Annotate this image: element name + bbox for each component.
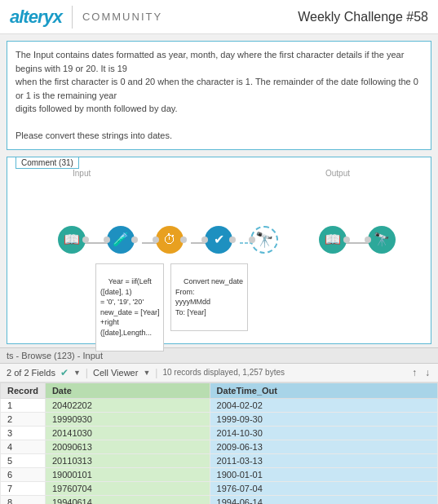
- datetime-icon: ⏱: [156, 226, 184, 254]
- formula-node[interactable]: 🧪: [107, 226, 135, 254]
- cell-record: 8: [1, 495, 46, 504]
- datetime-tooltip: Convert new_date From: yyyyMMdd To: [Yea…: [170, 263, 248, 332]
- cell-date: 20110313: [45, 453, 210, 467]
- output-section-label: Output: [325, 169, 350, 178]
- data-table: Record Date DateTime_Out 1204022022004-0…: [0, 382, 438, 505]
- desc-text-2: when the first character is 0 and 20 whe…: [15, 77, 418, 100]
- node-input-pin: [249, 237, 255, 243]
- fields-chevron[interactable]: ▼: [73, 369, 81, 377]
- binoculars-icon: 🔭: [368, 226, 396, 254]
- table-row: 6190001011900-01-01: [1, 467, 438, 481]
- table-row: 7197607041976-07-04: [1, 481, 438, 495]
- cell-datetime: 2009-06-13: [210, 440, 437, 453]
- cell-datetime: 2014-10-30: [210, 426, 437, 440]
- cell-date: 20090613: [45, 440, 210, 453]
- node-input-pin: [201, 237, 208, 243]
- node-input-pin: [104, 237, 110, 243]
- cell-date: 20402202: [45, 398, 210, 412]
- node-output-pin: [131, 237, 138, 243]
- binoculars-node[interactable]: 🔭: [368, 226, 396, 254]
- cell-record: 6: [1, 467, 46, 481]
- node-output-pin: [229, 237, 236, 243]
- separator-2: |: [155, 367, 157, 378]
- app-header: alteryx COMMUNITY Weekly Challenge #58: [0, 0, 438, 34]
- cell-record: 3: [1, 426, 46, 440]
- col-header-record: Record: [1, 382, 46, 398]
- header-divider: [72, 6, 73, 29]
- cell-datetime: 1976-07-04: [210, 481, 437, 495]
- cell-date: 19990930: [45, 412, 210, 426]
- browse-dashed-icon: 🔭: [250, 226, 278, 254]
- input-book-icon: 📖: [58, 226, 86, 254]
- node-output-pin: [82, 237, 89, 243]
- cell-datetime: 1900-01-01: [210, 467, 437, 481]
- panel-toolbar: 2 of 2 Fields ✔ ▼ | Cell Viewer ▼ | 10 r…: [0, 364, 438, 382]
- node-input-pin: [153, 237, 159, 243]
- cell-datetime: 1999-09-30: [210, 412, 437, 426]
- viewer-chevron[interactable]: ▼: [143, 369, 150, 377]
- select-icon: ✔: [205, 226, 232, 254]
- input-book-node[interactable]: 📖: [58, 226, 86, 254]
- page-title: Weekly Challenge #58: [298, 10, 428, 24]
- panel-title: ts - Browse (123) - Input: [7, 351, 103, 360]
- description-box: The Input contains dates formatted as ye…: [7, 41, 431, 150]
- cell-record: 7: [1, 481, 46, 495]
- community-label: COMMUNITY: [82, 11, 162, 23]
- input-section-label: Input: [73, 169, 91, 178]
- table-row: 5201103132011-03-13: [1, 453, 438, 467]
- desc-text-5: Please convert these strings into dates.: [15, 130, 172, 140]
- cell-datetime: 2011-03-13: [210, 453, 437, 467]
- node-output-pin: [180, 237, 187, 243]
- table-row: 4200906132009-06-13: [1, 440, 438, 453]
- browse-dashed-node[interactable]: 🔭: [250, 226, 278, 254]
- panel-titlebar: ts - Browse (123) - Input: [0, 348, 438, 364]
- formula-tooltip: Year = iif(Left ([date], 1) = '0', '19',…: [95, 263, 164, 352]
- desc-text-3: digits followed by month followed by day…: [15, 104, 178, 113]
- desc-text-1: The Input contains dates formatted as ye…: [15, 50, 404, 73]
- cell-record: 1: [1, 398, 46, 412]
- cell-date: 20141030: [45, 426, 210, 440]
- cell-date: 19760704: [45, 481, 210, 495]
- scroll-up-button[interactable]: ↑: [410, 367, 418, 378]
- output-book-icon: 📖: [319, 226, 347, 254]
- comment-label: Comment (31): [15, 157, 79, 169]
- select-node[interactable]: ✔: [205, 226, 232, 254]
- col-header-datetime: DateTime_Out: [210, 382, 437, 398]
- datetime-node[interactable]: ⏱: [156, 226, 184, 254]
- table-row: 8199406141994-06-14: [1, 495, 438, 504]
- col-header-date: Date: [45, 382, 210, 398]
- scroll-down-button[interactable]: ↓: [423, 367, 431, 378]
- cell-datetime: 2004-02-02: [210, 398, 437, 412]
- cell-record: 2: [1, 412, 46, 426]
- formula-icon: 🧪: [107, 226, 135, 254]
- bottom-panel: ts - Browse (123) - Input 2 of 2 Fields …: [0, 347, 438, 505]
- cell-date: 19000101: [45, 467, 210, 481]
- cell-date: 19940614: [45, 495, 210, 504]
- separator-1: |: [86, 367, 88, 378]
- check-icon: ✔: [60, 367, 69, 378]
- cell-record: 4: [1, 440, 46, 453]
- fields-count: 2 of 2 Fields: [7, 368, 55, 378]
- record-count: 10 records displayed, 1,257 bytes: [162, 368, 405, 377]
- viewer-label: Cell Viewer: [93, 368, 138, 378]
- workflow-canvas: Comment (31) Input Output 📖 🧪 ⏱: [7, 157, 431, 344]
- cell-datetime: 1994-06-14: [210, 495, 437, 504]
- output-book-node[interactable]: 📖: [319, 226, 347, 254]
- table-row: 1204022022004-02-02: [1, 398, 438, 412]
- node-output-pin: [343, 237, 350, 243]
- cell-record: 5: [1, 453, 46, 467]
- alteryx-logo: alteryx: [10, 7, 62, 28]
- table-row: 3201410302014-10-30: [1, 426, 438, 440]
- node-input-pin: [365, 237, 371, 243]
- table-row: 2199909301999-09-30: [1, 412, 438, 426]
